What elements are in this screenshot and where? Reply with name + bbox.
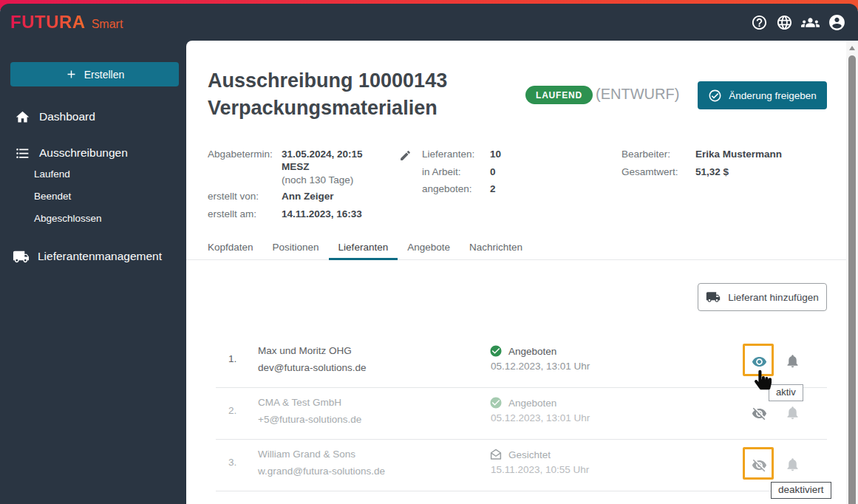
pencil-icon [399, 149, 412, 162]
tab-positionen[interactable]: Positionen [263, 236, 329, 260]
top-header: FUTURA Smart [0, 4, 858, 41]
status-label: Angeboten [508, 398, 556, 409]
scrollbar-thumb[interactable] [848, 55, 856, 504]
sidebar-nav: Erstellen Dashboard Ausschreibungen Lauf… [0, 41, 186, 504]
tab-nachrichten[interactable]: Nachrichten [460, 236, 532, 260]
tooltip-aktiv: aktiv [769, 384, 803, 401]
tab-angebote[interactable]: Angebote [398, 236, 460, 260]
status-label: Angeboten [508, 346, 556, 357]
draft-label: (ENTWURF) [596, 86, 679, 103]
status-label: Gesichtet [508, 449, 551, 460]
supplier-name-email: William Grand & Sons w.grand@futura-solu… [258, 446, 385, 480]
account-icon[interactable] [828, 13, 846, 32]
supplier-list: 1. Max und Moritz OHG dev@futura-solutio… [186, 336, 846, 491]
supplier-name: Max und Moritz OHG [258, 342, 367, 359]
plus-icon [65, 68, 78, 81]
created-at-label: erstellt am: [208, 208, 256, 219]
supplier-email: +5@futura-solutions.de [258, 411, 361, 428]
supplier-status: Angeboten 05.12.2023, 13:01 Uhr [489, 344, 590, 372]
sidebar-item-ausschreibungen[interactable]: Ausschreibungen [0, 143, 186, 163]
tab-kopfdaten[interactable]: Kopfdaten [198, 236, 263, 260]
sidebar-subitem-beendet[interactable]: Beendet [34, 191, 71, 202]
check-circle-icon [489, 344, 503, 358]
release-change-label: Änderung freigeben [729, 90, 817, 101]
row-index: 2. [228, 405, 236, 416]
status-date: 05.12.2023, 13:01 Uhr [489, 412, 590, 423]
users-group-icon[interactable] [801, 13, 820, 32]
sidebar-item-dashboard[interactable]: Dashboard [0, 107, 186, 126]
vertical-scrollbar[interactable] [846, 41, 858, 504]
home-icon [15, 109, 30, 125]
tab-lieferanten[interactable]: Lieferanten [329, 236, 398, 260]
created-by-label: erstellt von: [208, 191, 259, 202]
offered-label: angeboten: [422, 183, 472, 194]
table-row[interactable]: 3. William Grand & Sons w.grand@futura-s… [186, 440, 846, 491]
app-window: FUTURA Smart Erstellen Dashboard [0, 0, 858, 504]
tooltip-deaktiviert: deaktiviert [771, 482, 831, 499]
page-title-line2: Verpackungsmaterialien [208, 95, 447, 122]
total-value-label: Gesamtwert: [622, 166, 678, 177]
supplier-email: w.grand@futura-solutions.de [258, 463, 385, 480]
brand-name: FUTURA [10, 12, 86, 33]
truck-icon [706, 290, 721, 304]
supplier-name-email: CMA & Test GmbH +5@futura-solutions.de [258, 394, 361, 428]
supplier-status: Gesichtet 15.11.2023, 10:55 Uhr [489, 447, 589, 475]
tab-bar: Kopfdaten Positionen Lieferanten Angebot… [186, 236, 846, 260]
release-change-button[interactable]: Änderung freigeben [698, 81, 827, 109]
supplier-status: Angeboten 05.12.2023, 13:01 Uhr [489, 395, 590, 423]
brand-logo: FUTURA Smart [10, 12, 123, 33]
bell-icon[interactable] [785, 353, 800, 372]
supplier-name: William Grand & Sons [258, 446, 385, 463]
deadline-datetime: 31.05.2024, 20:15 [282, 149, 363, 160]
main-content: Ausschreibung 10000143 Verpackungsmateri… [186, 41, 846, 504]
envelope-open-icon [489, 448, 503, 461]
sidebar-item-label: Dashboard [39, 110, 95, 123]
edit-deadline-icon[interactable] [399, 149, 412, 165]
sidebar-item-label: Lieferantenmanagement [38, 250, 162, 263]
supplier-email: dev@futura-solutions.de [258, 359, 367, 376]
header-actions [751, 13, 849, 32]
table-row[interactable]: 2. CMA & Test GmbH +5@futura-solutions.d… [186, 388, 846, 440]
created-by-value: Ann Zeiger [282, 191, 334, 202]
check-circle-outline-icon [708, 89, 722, 103]
sidebar-subitem-laufend[interactable]: Laufend [34, 168, 70, 180]
help-icon[interactable] [751, 14, 768, 31]
deadline-remaining: (noch 130 Tage) [282, 174, 353, 185]
suppliers-count-value: 10 [490, 149, 501, 160]
in-progress-label: in Arbeit: [422, 166, 461, 177]
editor-label: Bearbeiter: [622, 149, 670, 160]
deadline-timezone: MESZ [282, 161, 310, 172]
suppliers-count-label: Lieferanten: [422, 149, 474, 160]
table-row[interactable]: 1. Max und Moritz OHG dev@futura-solutio… [186, 336, 846, 388]
language-globe-icon[interactable] [776, 14, 793, 31]
page-title-line1: Ausschreibung 10000143 [208, 67, 447, 95]
status-date: 15.11.2023, 10:55 Uhr [489, 464, 589, 475]
scrollbar-up-arrow[interactable] [849, 46, 855, 50]
supplier-name: CMA & Test GmbH [258, 394, 361, 411]
mouse-cursor-hand-icon [755, 369, 772, 394]
truck-icon [13, 248, 30, 265]
highlight-box [743, 447, 774, 480]
in-progress-value: 0 [490, 166, 496, 177]
editor-value: Erika Mustermann [695, 149, 782, 160]
bell-icon[interactable] [785, 405, 800, 423]
visibility-off-eye-icon[interactable] [752, 406, 767, 424]
brand-suffix: Smart [92, 18, 123, 31]
sidebar-subitem-abgeschlossen[interactable]: Abgeschlossen [34, 213, 102, 224]
check-circle-icon [489, 396, 503, 409]
sidebar-item-label: Ausschreibungen [39, 146, 128, 160]
add-supplier-button[interactable]: Lieferant hinzufügen [698, 283, 827, 311]
sidebar-item-lieferantenmanagement[interactable]: Lieferantenmanagement [0, 247, 186, 266]
row-index: 3. [228, 457, 236, 468]
list-icon [15, 146, 30, 161]
status-badge: LAUFEND [525, 86, 593, 104]
page-title: Ausschreibung 10000143 Verpackungsmateri… [208, 67, 447, 122]
bell-icon[interactable] [785, 457, 800, 475]
supplier-name-email: Max und Moritz OHG dev@futura-solutions.… [258, 342, 367, 376]
create-button-label: Erstellen [84, 69, 124, 81]
status-date: 05.12.2023, 13:01 Uhr [489, 361, 590, 372]
offered-value: 2 [490, 183, 496, 194]
deadline-label: Abgabetermin: [208, 149, 273, 160]
add-supplier-label: Lieferant hinzufügen [728, 292, 818, 303]
create-button[interactable]: Erstellen [10, 62, 179, 86]
